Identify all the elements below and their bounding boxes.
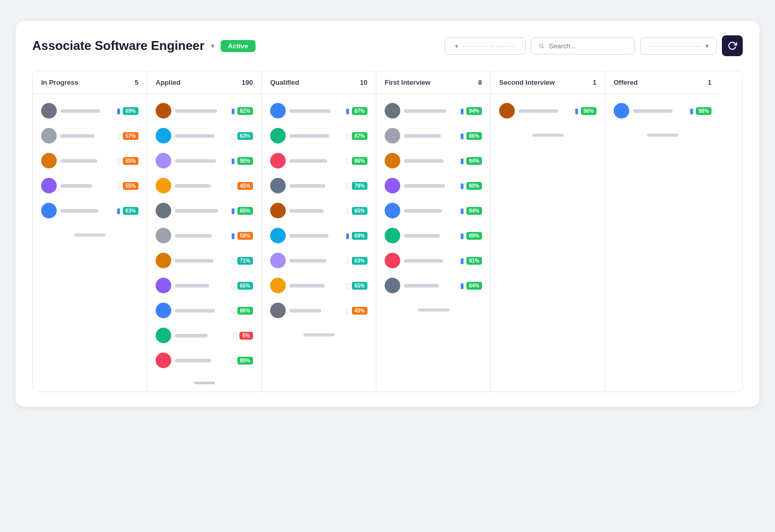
list-item[interactable]: ▯ 43%: [267, 299, 371, 322]
bookmark-icon[interactable]: ▯: [231, 132, 235, 140]
list-item[interactable]: ▮ 96%: [496, 99, 600, 122]
score-badge: 90%: [466, 182, 482, 190]
name-bar: [404, 259, 443, 263]
bookmark-icon[interactable]: ▮: [231, 231, 235, 240]
list-item[interactable]: ▯ 87%: [267, 124, 371, 147]
bookmark-icon[interactable]: ▯: [117, 132, 121, 140]
avatar: [385, 278, 400, 293]
col-count: 190: [242, 79, 253, 86]
list-item[interactable]: ▯ 65%: [267, 199, 371, 222]
bookmark-icon[interactable]: ▯: [346, 181, 350, 190]
list-item[interactable]: ▮ 84%: [382, 274, 485, 297]
load-more[interactable]: [611, 124, 715, 142]
list-item[interactable]: ▮ 94%: [382, 99, 485, 122]
list-item[interactable]: ▯ 63%: [153, 124, 256, 147]
list-item[interactable]: ▮ 91%: [382, 249, 485, 272]
filter-button[interactable]: ———————— ▾: [640, 37, 717, 55]
list-item[interactable]: ▯ 71%: [153, 249, 256, 272]
refresh-button[interactable]: [722, 35, 743, 56]
list-item[interactable]: ▯ 57%: [38, 124, 142, 147]
list-item[interactable]: ▯ 79%: [267, 174, 371, 197]
bookmark-icon[interactable]: ▯: [117, 157, 121, 165]
avatar: [156, 178, 171, 193]
bookmark-icon[interactable]: ▯: [346, 306, 350, 315]
search-input[interactable]: [549, 42, 627, 50]
list-item[interactable]: ▮ 87%: [267, 99, 371, 122]
card-info: [175, 134, 227, 138]
list-item[interactable]: ▮ 90%: [382, 174, 485, 197]
load-more[interactable]: [38, 224, 142, 242]
list-item[interactable]: ▮ 69%: [267, 224, 371, 247]
bookmark-icon[interactable]: ▮: [346, 231, 350, 240]
bookmark-icon[interactable]: ▮: [117, 206, 121, 215]
list-item[interactable]: ▯ 80%: [153, 349, 256, 372]
list-item[interactable]: ▮ 69%: [38, 99, 142, 122]
list-item[interactable]: ▮ 89%: [382, 224, 485, 247]
bookmark-icon[interactable]: ▮: [346, 107, 350, 115]
score-badge: 63%: [123, 207, 138, 215]
bookmark-icon[interactable]: ▮: [460, 107, 464, 115]
bookmark-icon[interactable]: ▮: [460, 281, 464, 290]
list-item[interactable]: ▯ 55%: [38, 174, 142, 197]
list-item[interactable]: ▯ 65%: [267, 274, 371, 297]
bookmark-icon[interactable]: ▮: [231, 206, 235, 215]
list-item[interactable]: ▯ 55%: [38, 149, 142, 172]
bookmark-icon[interactable]: ▮: [460, 157, 464, 165]
list-item[interactable]: ▯ 86%: [267, 149, 371, 172]
list-item[interactable]: ▯ 5%: [153, 324, 256, 347]
list-item[interactable]: ▯ 45%: [153, 174, 256, 197]
avatar: [270, 228, 286, 243]
kanban-board: In Progress 5 ▮ 69% ▯ 57%: [32, 71, 743, 392]
bookmark-icon[interactable]: ▯: [117, 181, 121, 190]
scrollbar[interactable]: [153, 374, 256, 388]
bookmark-icon[interactable]: ▮: [460, 132, 464, 140]
bookmark-icon[interactable]: ▯: [231, 306, 235, 315]
bookmark-icon[interactable]: ▮: [460, 231, 464, 240]
list-item[interactable]: ▮ 82%: [153, 99, 256, 122]
list-item[interactable]: ▮ 86%: [382, 124, 485, 147]
score-badge: 91%: [466, 257, 482, 265]
bookmark-icon[interactable]: ▯: [346, 256, 350, 265]
col-header-first-interview: First Interview 8: [376, 71, 490, 94]
avatar: [614, 103, 629, 119]
bookmark-icon[interactable]: ▮: [231, 157, 235, 165]
bookmark-icon[interactable]: ▯: [346, 157, 350, 165]
status-badge: Active: [221, 40, 256, 52]
bookmark-icon[interactable]: ▮: [690, 107, 694, 115]
list-item[interactable]: ▯ 65%: [153, 274, 256, 297]
bookmark-icon[interactable]: ▯: [231, 181, 235, 190]
bookmark-icon[interactable]: ▯: [346, 281, 350, 290]
load-more[interactable]: [382, 299, 485, 317]
name-bar: [175, 234, 212, 238]
bookmark-icon[interactable]: ▯: [346, 132, 350, 140]
bookmark-icon[interactable]: ▯: [346, 206, 350, 215]
bookmark-icon[interactable]: ▮: [460, 206, 464, 215]
list-item[interactable]: ▮ 63%: [38, 199, 142, 222]
load-more[interactable]: [267, 324, 371, 342]
list-item[interactable]: ▮ 85%: [153, 199, 256, 222]
bookmark-icon[interactable]: ▮: [460, 256, 464, 265]
add-button[interactable]: + ————————: [444, 37, 526, 55]
bookmark-icon[interactable]: ▮: [231, 107, 235, 115]
refresh-icon: [728, 41, 737, 50]
list-item[interactable]: ▮ 94%: [382, 149, 485, 172]
list-item[interactable]: ▮ 94%: [382, 199, 485, 222]
load-more[interactable]: [496, 124, 600, 142]
list-item[interactable]: ▯ 63%: [267, 249, 371, 272]
bookmark-icon[interactable]: ▯: [231, 256, 235, 265]
name-bar: [175, 284, 209, 288]
list-item[interactable]: ▮ 98%: [611, 99, 715, 122]
bookmark-icon[interactable]: ▮: [575, 107, 579, 115]
bookmark-icon[interactable]: ▮: [117, 107, 121, 115]
col-header-applied: Applied 190: [147, 71, 261, 94]
list-item[interactable]: ▮ 90%: [153, 149, 256, 172]
chevron-down-icon[interactable]: ▾: [211, 42, 214, 50]
bookmark-icon[interactable]: ▯: [231, 356, 235, 365]
bookmark-icon[interactable]: ▮: [460, 181, 464, 190]
avatar: [270, 303, 286, 318]
list-item[interactable]: ▯ 86%: [153, 299, 256, 322]
bookmark-icon[interactable]: ▯: [233, 331, 237, 340]
bookmark-icon[interactable]: ▯: [231, 281, 235, 290]
list-item[interactable]: ▮ 58%: [153, 224, 256, 247]
svg-line-1: [542, 46, 544, 48]
